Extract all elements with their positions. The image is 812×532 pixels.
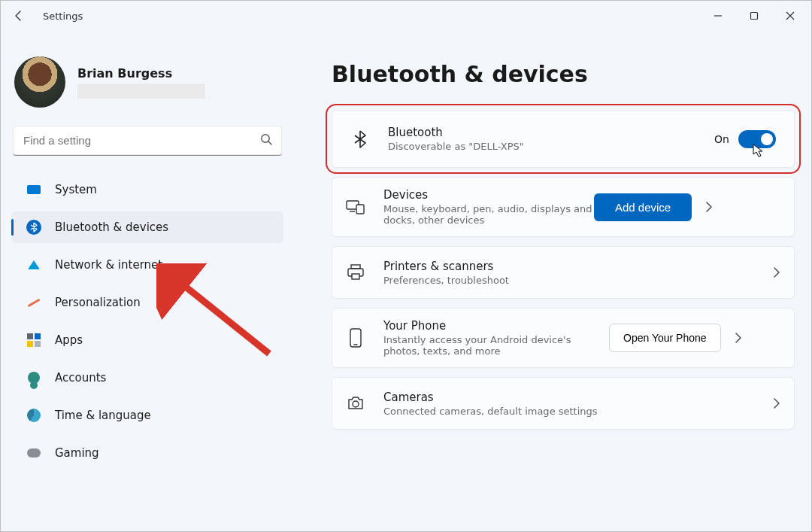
svg-line-3 (268, 141, 271, 144)
svg-rect-5 (356, 205, 364, 214)
main-content: Bluetooth & devices Bluetooth Discoverab… (294, 31, 811, 531)
devices-icon (346, 197, 365, 217)
sidebar-item-label: Time & language (55, 409, 151, 422)
brush-icon (26, 295, 41, 310)
sidebar-item-time-language[interactable]: Time & language (11, 400, 283, 431)
your-phone-card[interactable]: Your Phone Instantly access your Android… (332, 308, 795, 368)
card-title: Bluetooth (388, 126, 714, 139)
sidebar-item-bluetooth-devices[interactable]: Bluetooth & devices (11, 211, 283, 243)
profile-email-redacted (77, 84, 205, 99)
search-box[interactable] (13, 126, 282, 156)
page-title: Bluetooth & devices (332, 61, 795, 87)
sidebar-item-label: System (55, 183, 97, 196)
accounts-icon (26, 370, 41, 385)
camera-icon (346, 394, 365, 413)
sidebar-item-label: Accounts (55, 371, 106, 385)
card-title: Devices (383, 188, 594, 202)
sidebar-item-gaming[interactable]: Gaming (11, 437, 283, 469)
search-input[interactable] (13, 126, 282, 156)
card-subtitle: Discoverable as "DELL-XPS" (388, 141, 714, 152)
bluetooth-icon (350, 129, 370, 149)
chevron-right-icon[interactable] (773, 398, 780, 409)
chevron-right-icon[interactable] (705, 202, 713, 212)
sidebar-item-label: Network & internet (55, 258, 162, 272)
close-button[interactable] (772, 1, 808, 31)
sidebar-item-label: Gaming (55, 446, 99, 460)
printers-scanners-card[interactable]: Printers & scanners Preferences, trouble… (332, 246, 795, 299)
add-device-button[interactable]: Add device (594, 193, 692, 221)
toggle-state-label: On (714, 133, 729, 145)
bluetooth-toggle-card[interactable]: Bluetooth Discoverable as "DELL-XPS" On (332, 110, 795, 168)
svg-point-12 (353, 401, 359, 407)
minimize-button[interactable] (700, 1, 736, 31)
open-your-phone-button[interactable]: Open Your Phone (609, 324, 721, 352)
svg-rect-7 (351, 265, 360, 269)
card-title: Cameras (383, 391, 759, 404)
card-title: Your Phone (383, 319, 609, 333)
devices-card[interactable]: Devices Mouse, keyboard, pen, audio, dis… (332, 177, 795, 237)
phone-icon (346, 328, 365, 348)
sidebar-item-accounts[interactable]: Accounts (11, 362, 283, 394)
sidebar-item-label: Personalization (55, 296, 141, 309)
chevron-right-icon[interactable] (735, 333, 742, 343)
bluetooth-icon (26, 220, 41, 235)
printer-icon (346, 263, 365, 282)
window-title: Settings (43, 11, 83, 22)
card-subtitle: Connected cameras, default image setting… (383, 406, 759, 417)
sidebar-item-label: Apps (55, 333, 83, 347)
gamepad-icon (26, 445, 41, 461)
globe-icon (26, 408, 41, 423)
svg-rect-1 (751, 13, 758, 20)
avatar (14, 56, 65, 108)
apps-icon (26, 333, 41, 348)
chevron-right-icon[interactable] (773, 267, 780, 278)
sidebar: Brian Burgess System (1, 31, 294, 531)
profile-block[interactable]: Brian Burgess (14, 56, 280, 108)
wifi-icon (26, 257, 41, 272)
card-subtitle: Mouse, keyboard, pen, audio, displays an… (383, 203, 594, 226)
sidebar-item-apps[interactable]: Apps (11, 324, 283, 356)
profile-name: Brian Burgess (77, 66, 205, 81)
cameras-card[interactable]: Cameras Connected cameras, default image… (332, 377, 795, 430)
card-subtitle: Instantly access your Android device's p… (383, 334, 609, 357)
maximize-button[interactable] (736, 1, 772, 31)
card-subtitle: Preferences, troubleshoot (383, 275, 759, 286)
search-icon (259, 132, 273, 149)
sidebar-item-label: Bluetooth & devices (55, 220, 168, 234)
sidebar-item-network[interactable]: Network & internet (11, 249, 283, 281)
svg-rect-9 (352, 274, 359, 279)
cursor-icon (752, 143, 765, 161)
title-bar: Settings (1, 1, 811, 31)
sidebar-item-personalization[interactable]: Personalization (11, 287, 283, 318)
card-title: Printers & scanners (383, 260, 759, 273)
sidebar-item-system[interactable]: System (11, 174, 283, 205)
sidebar-nav: System Bluetooth & devices Network & int… (11, 171, 283, 472)
system-icon (26, 182, 41, 197)
back-button[interactable] (10, 7, 28, 25)
